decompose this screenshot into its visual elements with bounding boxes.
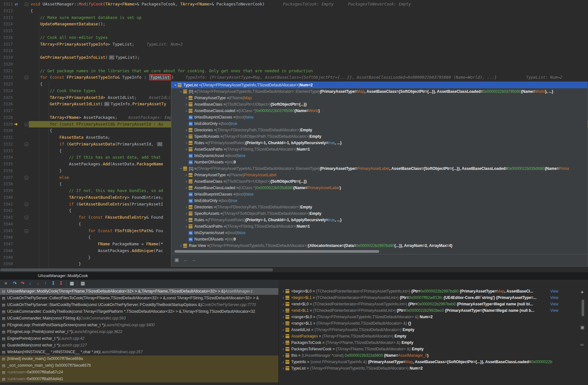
debug-tree-row[interactable]: ›AssetScanPaths = {TArray<FString,TSized… [171, 223, 587, 230]
chevron-right-icon[interactable]: › [281, 333, 285, 339]
view-value-link[interactable]: View [550, 301, 558, 307]
chevron-right-icon[interactable]: › [179, 242, 183, 249]
chevron-down-icon[interactable]: › [178, 89, 184, 94]
call-stack-frame[interactable]: ▤UCookOnTheFlyServer::CollectFilesToCook… [0, 295, 278, 302]
chevron-right-icon[interactable]: › [281, 294, 285, 301]
step-out-icon[interactable]: ↑ [42, 281, 49, 286]
chevron-right-icon[interactable]: › [281, 352, 285, 359]
debug-tree-row[interactable]: 01bHasBlueprintClasses = {bool} false [171, 114, 587, 120]
call-stack-frame[interactable]: ▤<unknown> 0x00007ff8a6a67c24 [0, 369, 278, 376]
variable-row[interactable]: ›TypeInfo = {const FPrimaryAssetTypeInfo… [279, 359, 588, 365]
chevron-right-icon[interactable]: › [184, 172, 189, 178]
navigate-forward-icon[interactable]: → [191, 257, 196, 262]
popup-scrollbar-thumb[interactable] [175, 250, 379, 253]
force-step-into-icon[interactable]: ↓ [35, 281, 41, 286]
debug-tree-row[interactable]: ›Directories = {TArray<FDirectoryPath,TS… [171, 127, 587, 133]
debug-tree-row[interactable]: ›AssetBaseClass = {TSoftClassPtr<UObject… [171, 101, 587, 108]
debug-tree-row[interactable]: ›AssetBaseClass = {TSoftClassPtr<UObject… [171, 178, 587, 185]
call-stack-frame[interactable]: ▤<unknown> 0x00007ff8a854d4d1 [0, 376, 278, 382]
call-stack-frame[interactable]: ▤FEngineLoop::PreInitPostStartupScreen(c… [0, 322, 278, 328]
debug-tree-row[interactable]: ›[0] = {TArray<FPrimaryAssetTypeInfo,TSi… [171, 88, 587, 95]
step-over-icon[interactable]: ↷ [12, 281, 18, 286]
copy-value-icon[interactable]: ▣ [175, 257, 179, 263]
variable-row[interactable]: ›<begin>$L1 = {TCheckedPointerIterator<F… [279, 294, 588, 301]
call-stack-frame[interactable]: ▤UCookCommandlet::CookByTheBook(const TA… [0, 308, 278, 315]
chevron-down-icon[interactable]: › [178, 166, 184, 171]
chevron-right-icon[interactable]: › [184, 146, 189, 153]
debug-tree-row[interactable]: ›AssetBaseClassLoaded = {UClass *} 0x000… [171, 185, 587, 191]
force-run-to-cursor-icon[interactable]: ↧ [58, 281, 64, 286]
call-stack-frame[interactable]: ▤_scrt_common_main_seh() 0x00007ff78ece6… [0, 362, 278, 369]
add-watch-button[interactable]: + [581, 289, 584, 295]
variable-row[interactable]: ›PackagesToNeverCook = {TArray<FName,TSi… [279, 346, 588, 352]
chevron-right-icon[interactable]: › [184, 140, 189, 146]
debug-tree-row[interactable]: ›SpecificAssets = {TArray<FSoftObjectPat… [171, 133, 587, 140]
debug-tree-row[interactable]: ›Rules = {FPrimaryAssetRules} {Priority=… [171, 140, 587, 146]
call-stack-frame[interactable]: ▤EnginePreInit(const wchar_t *) Launch.c… [0, 335, 278, 342]
call-stack-frame[interactable]: ▤UAssetManager::ModifyCook(TArray<FName,… [0, 288, 278, 295]
force-step-over-icon[interactable]: ↷ [19, 281, 26, 286]
chevron-right-icon[interactable]: › [281, 327, 285, 333]
call-stack-frame[interactable]: ▤UCookCommandlet::Main(const FString &) … [0, 315, 278, 322]
variable-row[interactable]: ›PackagesToCook = {TArray<FName,TSizedDe… [279, 339, 588, 346]
chevron-right-icon[interactable]: › [184, 95, 189, 101]
variable-row[interactable]: ›<range>$L0 = {TArray<FPrimaryAssetTypeI… [279, 314, 588, 320]
call-stack-frame[interactable]: ▤GuardedMain(const wchar_t *) Launch.cpp… [0, 342, 278, 349]
chevron-right-icon[interactable]: › [184, 204, 189, 210]
variable-row[interactable]: ›AssetPackages = {TArray<FName,TSizedDef… [279, 333, 588, 339]
debug-tree-row[interactable]: 01bIsDynamicAsset = {bool} false [171, 230, 587, 236]
debug-tree-row[interactable]: ›[1] = {TArray<FPrimaryAssetTypeInfo,TSi… [171, 165, 587, 172]
variable-row[interactable]: ›<end>$L1 = {TCheckedPointerIterator<FPr… [279, 307, 588, 314]
debug-tree-row[interactable]: 01bIsDynamicAsset = {bool} false [171, 153, 587, 159]
debug-tree-row[interactable]: ›Rules = {FPrimaryAssetRules} {Priority=… [171, 217, 587, 223]
chevron-right-icon[interactable]: › [281, 301, 285, 307]
current-frame-title[interactable]: UAssetManager::ModifyCook [38, 274, 88, 278]
chevron-right-icon[interactable]: › [281, 288, 285, 294]
variable-row[interactable]: ›TypeList = {TArray<FPrimaryAssetTypeInf… [279, 365, 588, 372]
debug-tree-row[interactable]: 01NumberOfAssets = {int} 0 [171, 159, 587, 165]
step-into-icon[interactable]: ↓ [27, 281, 33, 286]
chevron-right-icon[interactable]: › [184, 133, 189, 140]
debug-tree-row[interactable]: ›Raw View = {TArray<FPrimaryAssetTypeInf… [171, 242, 587, 249]
view-value-link[interactable]: View [550, 288, 558, 294]
navigate-back-icon[interactable]: ← [183, 257, 188, 262]
layout-settings-icon[interactable]: ▥ [80, 281, 86, 286]
chevron-right-icon[interactable]: › [281, 314, 285, 320]
debug-tree-row[interactable]: ›SpecificAssets = {TArray<FSoftObjectPat… [171, 210, 587, 217]
variable-row[interactable]: ›this = {UAssetManager *const} 0x0000022… [279, 352, 588, 359]
chevron-right-icon[interactable]: › [184, 101, 189, 108]
chevron-right-icon[interactable]: › [184, 217, 189, 223]
debug-tree-row[interactable]: ›Directories = {TArray<FDirectoryPath,TS… [171, 204, 587, 210]
chevron-right-icon[interactable]: › [184, 108, 189, 114]
chevron-down-icon[interactable]: › [172, 83, 179, 87]
debug-tree-row[interactable]: 01NumberOfAssets = {int} 0 [171, 236, 587, 242]
variable-row[interactable]: ›<end>$L0 = {TCheckedPointerIterator<FPr… [279, 301, 588, 307]
call-stack-frame[interactable]: ▤[Inlined] invoke_main() 0x00007ff78ece6… [0, 355, 278, 362]
variable-row[interactable]: ›<range>$L1 = {TArray<FPrimaryAssetId,TS… [279, 320, 588, 327]
scrollbar-thumb[interactable] [582, 300, 584, 316]
link-session-icon[interactable]: ∞ [580, 342, 584, 347]
chevron-right-icon[interactable]: › [281, 307, 285, 314]
chevron-right-icon[interactable]: › [281, 365, 285, 372]
call-stack-frame[interactable]: ▤FEngineLoop::PreInit(const wchar_t *) L… [0, 328, 278, 335]
chevron-right-icon[interactable]: › [281, 320, 285, 327]
editor-horizontal-scrollbar[interactable] [0, 268, 588, 272]
debug-tree-row[interactable]: ›AssetScanPaths = {TArray<FString,TSized… [171, 146, 587, 153]
chevron-right-icon[interactable]: › [184, 178, 189, 185]
chevron-right-icon[interactable]: › [281, 346, 285, 352]
scrollbar-thumb[interactable] [0, 268, 273, 271]
menu-icon[interactable]: ≡ [3, 281, 9, 286]
chevron-right-icon[interactable]: › [184, 210, 189, 217]
debug-tree-row[interactable]: 01bIsEditorOnly = {bool} true [171, 197, 587, 204]
debug-tree-row[interactable]: 01bHasBlueprintClasses = {bool} false [171, 191, 587, 197]
variable-row[interactable]: ›AssetIdList = {TArray<FPrimaryAssetId,T… [279, 327, 588, 333]
chevron-right-icon[interactable]: › [184, 127, 189, 133]
debug-frame-bar[interactable]: UAssetManager::ModifyCook [0, 272, 588, 280]
debug-tree-row[interactable]: ›PrimaryAssetType = {FName} PrimaryAsset… [171, 172, 587, 178]
evaluate-expression-icon[interactable]: ▦ [69, 281, 75, 286]
copy-watch-icon[interactable]: ▣ [580, 325, 584, 330]
variable-row[interactable]: ›<begin>$L0 = {TCheckedPointerIterator<F… [279, 288, 588, 294]
debug-tree-row[interactable]: ›AssetBaseClassLoaded = {UClass *} 0x000… [171, 108, 587, 114]
debug-tree-row[interactable]: 01bIsEditorOnly = {bool} true [171, 120, 587, 127]
debug-tree-row[interactable]: ›TypeList = {TArray<FPrimaryAssetTypeInf… [171, 82, 587, 88]
